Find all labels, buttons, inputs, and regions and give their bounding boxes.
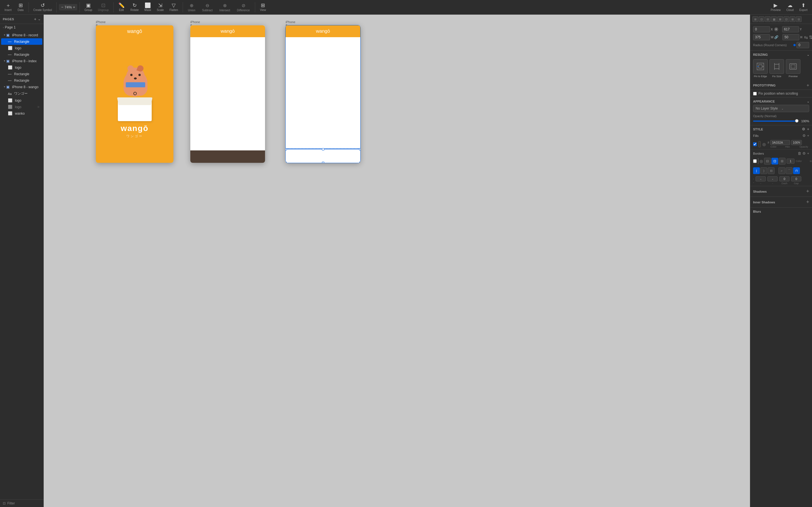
fix-position-checkbox[interactable] xyxy=(753,92,757,96)
expand-toggle[interactable]: ▼ xyxy=(3,86,6,88)
rotate-button[interactable]: ↻ Rotate xyxy=(128,2,141,13)
layout-btn-5[interactable]: ⊠ xyxy=(777,16,783,22)
add-prototyping-button[interactable]: + xyxy=(807,83,809,88)
scale-button[interactable]: ⇲ Scale xyxy=(154,2,166,13)
layout-btn-2[interactable]: ⊡ xyxy=(759,16,764,22)
fill-color-swatch[interactable] xyxy=(758,141,761,147)
border-outside-btn[interactable]: ⊞ xyxy=(779,158,785,165)
radius-input[interactable] xyxy=(797,42,809,48)
border-inside-btn[interactable]: ⊡ xyxy=(771,158,778,165)
radius-slider-thumb[interactable] xyxy=(794,44,796,46)
flip-v-button[interactable]: ⇅ xyxy=(809,35,812,40)
zoom-plus[interactable]: + xyxy=(73,5,75,9)
ungroup-button[interactable]: ⊡ Ungroup xyxy=(96,2,111,13)
fix-size-button[interactable]: Fix Size xyxy=(769,59,784,78)
view-button[interactable]: ⊞ View xyxy=(257,2,269,13)
data-button[interactable]: ⊞ Data xyxy=(15,2,26,13)
union-button[interactable]: ⊕ Union xyxy=(185,2,198,13)
subtract-button[interactable]: ⊖ Subtract xyxy=(199,2,215,13)
layout-btn-4[interactable]: ▦ xyxy=(771,16,777,22)
border-color-swatch[interactable] xyxy=(758,158,758,164)
difference-button[interactable]: ⊘ Difference xyxy=(234,2,252,13)
ends-round-btn[interactable]: ) xyxy=(760,167,767,174)
fill-enabled-checkbox[interactable] xyxy=(753,142,757,146)
appearance-header[interactable]: APPEARANCE ⌄ xyxy=(753,100,809,105)
edit-button[interactable]: ✏️ Edit xyxy=(116,2,127,13)
index-artboard[interactable]: wangō xyxy=(190,25,265,163)
preview-resize-button[interactable]: Preview xyxy=(786,59,801,78)
layer-wanko[interactable]: ⬜ wanko xyxy=(1,110,42,117)
resizing-header[interactable]: RESIZING ⌄ xyxy=(750,51,812,57)
layer-rectangle-3[interactable]: — Rectangle xyxy=(1,71,42,77)
dash-input[interactable] xyxy=(779,176,790,181)
export-button[interactable]: ⬆ Export xyxy=(797,2,810,13)
insert-button[interactable]: ＋ Insert xyxy=(2,2,14,13)
ends-butt-btn[interactable]: | xyxy=(753,167,760,174)
record-artboard[interactable]: wangō xyxy=(286,25,360,163)
start-input[interactable] xyxy=(756,176,766,181)
borders-settings-icon[interactable]: ⚙ xyxy=(802,151,806,156)
add-shadow-button[interactable]: + xyxy=(806,188,809,194)
y-input[interactable] xyxy=(782,26,799,33)
layer-logo-1[interactable]: ⬜ logo xyxy=(1,45,42,51)
fills-add-icon[interactable]: + xyxy=(807,133,809,138)
pin-to-edge-button[interactable]: Pin to Edge xyxy=(753,59,768,78)
add-inner-shadow-button[interactable]: + xyxy=(806,199,809,205)
joins-miter-btn[interactable]: ⌐ xyxy=(778,167,785,174)
fill-hex-input[interactable] xyxy=(770,140,790,145)
h-input[interactable] xyxy=(782,34,799,40)
visibility-icon[interactable]: 👁 xyxy=(37,105,40,109)
layer-iphone8-wango[interactable]: ▼ ▣ iPhone 8 - wango xyxy=(1,83,42,90)
border-enabled-checkbox[interactable] xyxy=(753,159,757,163)
layout-btn-7[interactable]: ⊞ xyxy=(790,16,795,22)
cloud-button[interactable]: ☁ Cloud xyxy=(784,2,796,13)
w-input[interactable] xyxy=(753,34,770,40)
layer-wanko-text[interactable]: Aa ワンゴー xyxy=(1,90,42,97)
layer-logo-2[interactable]: ⬜ logo xyxy=(1,64,42,71)
create-symbol-button[interactable]: ↺ Create Symbol xyxy=(31,2,54,13)
layer-style-dropdown[interactable]: No Layer Style ⌄ xyxy=(753,105,809,112)
page-1-item[interactable]: › Page 1 xyxy=(0,24,43,31)
layer-rectangle-2[interactable]: — Rectangle xyxy=(1,51,42,58)
opacity-slider[interactable] xyxy=(753,121,799,122)
border-type-icon[interactable]: ◎ xyxy=(760,159,763,163)
end-input[interactable] xyxy=(767,176,777,181)
intersect-button[interactable]: ⊗ Intersect xyxy=(216,2,233,13)
zoom-minus[interactable]: − xyxy=(61,5,63,9)
gap-input[interactable] xyxy=(791,176,801,181)
style-settings-icon[interactable]: ⚙ xyxy=(802,127,805,131)
borders-add-icon[interactable]: + xyxy=(807,151,809,156)
fill-type-icon[interactable]: ◎ xyxy=(762,142,766,147)
layer-logo-4[interactable]: ⬜ logo 👁 xyxy=(1,104,42,110)
x-clear-btn[interactable]: ✕ xyxy=(774,27,778,31)
border-center-btn[interactable]: ⊟ xyxy=(764,158,771,165)
canvas-area[interactable]: iPhone 8 - wango wangō xyxy=(44,15,750,507)
wango-artboard[interactable]: wangō xyxy=(96,25,173,163)
joins-bevel-btn[interactable]: ⊓ xyxy=(793,167,800,174)
joins-round-btn[interactable]: ⌒ xyxy=(786,167,793,174)
zoom-control[interactable]: − 74% + xyxy=(59,4,77,10)
fill-opacity-input[interactable] xyxy=(791,140,802,145)
opacity-thumb[interactable] xyxy=(795,119,799,122)
layer-iphone8-index[interactable]: ▼ ▣ iPhone 8 - index xyxy=(1,58,42,64)
layout-btn-1[interactable]: ⊞ xyxy=(753,16,758,22)
expand-toggle[interactable]: ▼ xyxy=(3,34,6,36)
x-input[interactable] xyxy=(753,26,770,33)
style-add-icon[interactable]: + xyxy=(807,127,809,131)
border-width-input[interactable] xyxy=(786,159,795,164)
layout-btn-3[interactable]: ⊟ xyxy=(765,16,770,22)
pages-collapse-button[interactable]: ⌄ xyxy=(38,17,41,21)
ends-square-btn[interactable]: ⊟ xyxy=(768,167,774,174)
layer-rectangle-4[interactable]: — Rectangle xyxy=(1,77,42,83)
borders-delete-icon[interactable]: 🗑 xyxy=(798,151,801,156)
lock-icon[interactable]: 🔗 xyxy=(774,35,778,39)
selected-rectangle[interactable] xyxy=(286,149,360,163)
preview-button[interactable]: ▶ Preview xyxy=(768,2,783,13)
expand-toggle[interactable]: ▼ xyxy=(3,60,6,62)
layer-iphone8-record[interactable]: ▼ ▣ iPhone 8 - record xyxy=(1,32,42,38)
fills-settings-icon[interactable]: ⚙ xyxy=(802,133,806,138)
layer-rectangle-1[interactable]: — Rectangle xyxy=(1,38,42,45)
group-button[interactable]: ▣ Group xyxy=(82,2,94,13)
flatten-button[interactable]: ▽ Flatten xyxy=(167,2,181,13)
mask-button[interactable]: ⬜ Mask xyxy=(142,2,153,13)
